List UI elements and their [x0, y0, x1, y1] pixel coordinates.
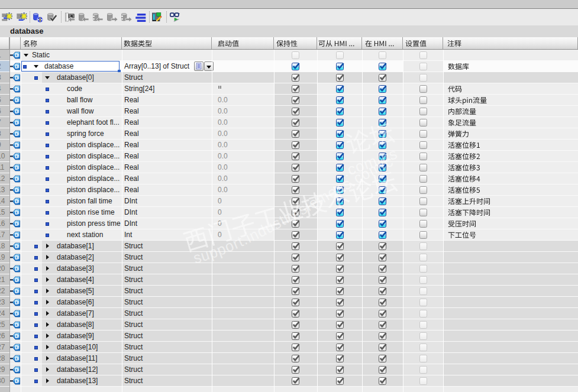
svg-text:support.industry.siemens.com/c: support.industry.siemens.com/cs — [0, 0, 396, 267]
